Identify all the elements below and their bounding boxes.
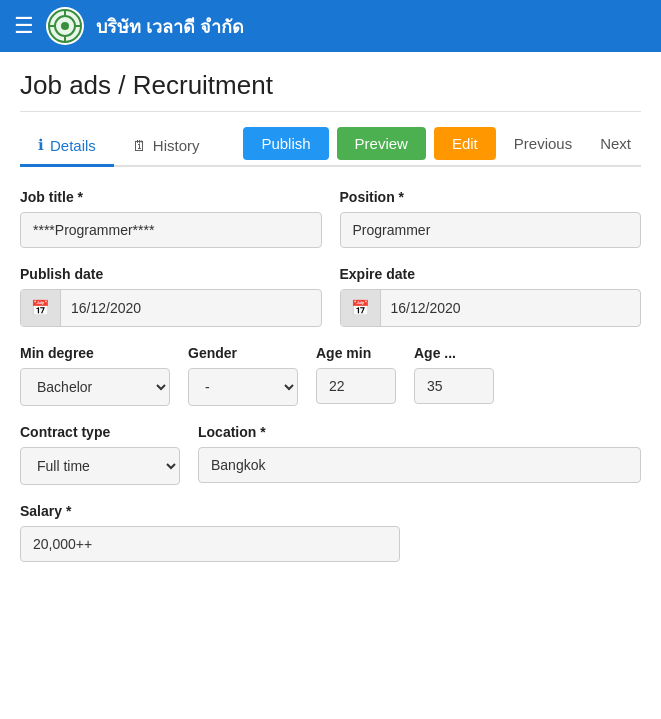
position-group: Position *: [340, 189, 642, 248]
previous-button[interactable]: Previous: [504, 127, 582, 160]
tab-details[interactable]: ℹ Details: [20, 126, 114, 167]
info-icon: ℹ: [38, 136, 44, 154]
expire-date-input-wrap[interactable]: 📅 16/12/2020: [340, 289, 642, 327]
publish-date-group: Publish date 📅 16/12/2020: [20, 266, 322, 327]
min-degree-label: Min degree: [20, 345, 170, 361]
publish-date-label: Publish date: [20, 266, 322, 282]
form-row-title-position: Job title * Position *: [20, 189, 641, 248]
contract-type-select[interactable]: Full time Part time Contract: [20, 447, 180, 485]
age-max-input[interactable]: [414, 368, 494, 404]
tab-details-label: Details: [50, 137, 96, 154]
history-icon: 🗓: [132, 137, 147, 154]
expire-calendar-icon: 📅: [341, 290, 381, 326]
publish-date-input-wrap[interactable]: 📅 16/12/2020: [20, 289, 322, 327]
page-title: Job ads / Recruitment: [20, 70, 641, 112]
gender-group: Gender - Male Female Any: [188, 345, 298, 406]
contract-type-group: Contract type Full time Part time Contra…: [20, 424, 180, 485]
publish-date-value: 16/12/2020: [61, 291, 321, 325]
publish-button[interactable]: Publish: [243, 127, 328, 160]
min-degree-select[interactable]: Bachelor Master PhD High School: [20, 368, 170, 406]
gender-select[interactable]: - Male Female Any: [188, 368, 298, 406]
form-row-contract-location: Contract type Full time Part time Contra…: [20, 424, 641, 485]
gender-label: Gender: [188, 345, 298, 361]
tab-history[interactable]: 🗓 History: [114, 127, 218, 167]
age-min-input[interactable]: [316, 368, 396, 404]
next-button[interactable]: Next: [590, 127, 641, 160]
tab-history-label: History: [153, 137, 200, 154]
location-label: Location *: [198, 424, 641, 440]
salary-input[interactable]: [20, 526, 400, 562]
svg-point-2: [61, 22, 69, 30]
header: ☰ บริษัท เวลาดี จำกัด: [0, 0, 661, 52]
expire-date-label: Expire date: [340, 266, 642, 282]
job-title-label: Job title *: [20, 189, 322, 205]
location-group: Location *: [198, 424, 641, 485]
age-max-label: Age ...: [414, 345, 494, 361]
expire-date-value: 16/12/2020: [381, 291, 641, 325]
job-title-input[interactable]: [20, 212, 322, 248]
salary-label: Salary *: [20, 503, 400, 519]
form-row-dates: Publish date 📅 16/12/2020 Expire date 📅 …: [20, 266, 641, 327]
age-min-group: Age min: [316, 345, 396, 406]
form-row-salary: Salary *: [20, 503, 641, 562]
tab-actions: Publish Preview Edit Previous Next: [243, 127, 641, 164]
edit-button[interactable]: Edit: [434, 127, 496, 160]
min-degree-group: Min degree Bachelor Master PhD High Scho…: [20, 345, 170, 406]
job-title-group: Job title *: [20, 189, 322, 248]
age-min-label: Age min: [316, 345, 396, 361]
form-row-degree-gender-age: Min degree Bachelor Master PhD High Scho…: [20, 345, 641, 406]
company-logo: [46, 7, 84, 45]
tabs-row: ℹ Details 🗓 History Publish Preview Edit…: [20, 126, 641, 167]
publish-calendar-icon: 📅: [21, 290, 61, 326]
menu-icon[interactable]: ☰: [14, 13, 34, 39]
location-input[interactable]: [198, 447, 641, 483]
position-label: Position *: [340, 189, 642, 205]
age-max-group: Age ...: [414, 345, 494, 406]
contract-type-label: Contract type: [20, 424, 180, 440]
expire-date-group: Expire date 📅 16/12/2020: [340, 266, 642, 327]
company-name: บริษัท เวลาดี จำกัด: [96, 12, 244, 41]
position-input[interactable]: [340, 212, 642, 248]
page-content: Job ads / Recruitment ℹ Details 🗓 Histor…: [0, 52, 661, 600]
salary-group: Salary *: [20, 503, 400, 562]
preview-button[interactable]: Preview: [337, 127, 426, 160]
